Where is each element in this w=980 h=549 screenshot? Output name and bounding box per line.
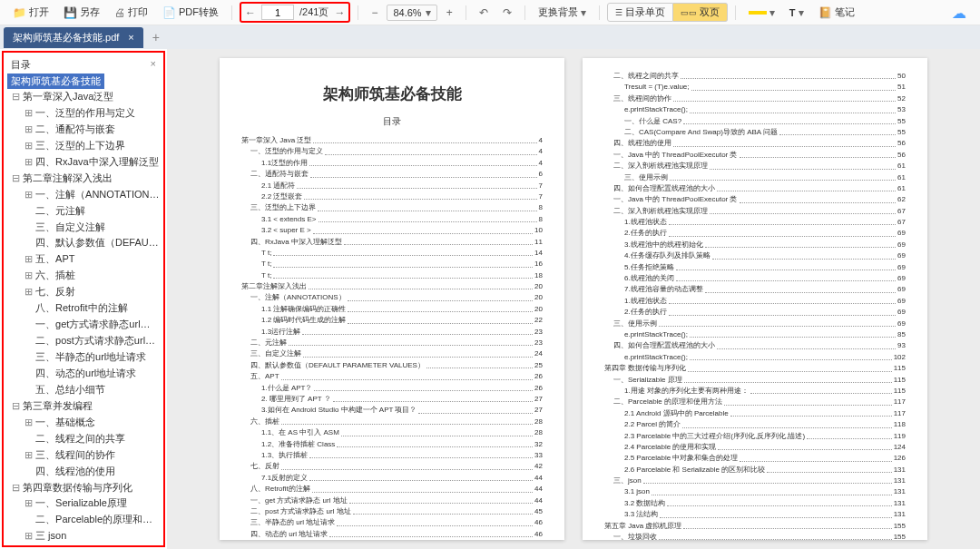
close-icon[interactable]: × (151, 58, 156, 72)
toc-line: 1.线程池状态67 (604, 217, 906, 228)
pdf-page-1: 架构师筑基必备技能 目录 第一章深入 Java 泛型4一、泛型的作用与定义41.… (220, 58, 564, 540)
toc-line: 1.3、执行插桩33 (241, 450, 543, 461)
toc-item[interactable]: ⊟ 第二章注解深入浅出 (7, 171, 160, 187)
chevron-down-icon: ▾ (799, 6, 804, 19)
toc-item[interactable]: 五、总结小细节 (7, 382, 160, 398)
toc-item[interactable]: ⊞ 三 json (7, 528, 160, 544)
toc-item[interactable]: 四、默认参数值（DEFAULT PARAMET (7, 235, 160, 251)
toc-item[interactable]: 八、Retrofit中的注解 (7, 300, 160, 317)
pdf-icon: 📄 (162, 6, 176, 19)
document-tab[interactable]: 架构师筑基必备技能.pdf × (4, 27, 143, 48)
rotate-left-icon[interactable]: ↶ (474, 5, 494, 21)
toc-line: Tresult = (T)e.value;51 (604, 82, 906, 93)
zoom-out-icon[interactable]: − (366, 5, 383, 21)
toc-item[interactable]: ⊞ 一、基础概念 (7, 415, 160, 431)
open-button[interactable]: 📁打开 (7, 4, 54, 21)
close-icon[interactable]: × (128, 32, 133, 43)
prev-arrow-icon[interactable]: ← (245, 6, 256, 19)
tab-bar: 架构师筑基必备技能.pdf × + (0, 25, 980, 49)
page2-toc: 二、线程之间的共享50Tresult = (T)e.value;51三、线程间的… (604, 71, 906, 540)
toc-line: 四、动态的 url 地址请求46 (241, 529, 543, 540)
toc-item[interactable]: 二、post方式请求静态url地址 (7, 333, 160, 349)
separator (358, 5, 358, 20)
toc-line: 2.6 Parcelable 和 Serializable 的区别和比较131 (604, 465, 906, 475)
catalog-view-button[interactable]: ☰ 目录单页 (607, 3, 673, 22)
main-toolbar: 📁打开 💾另存 🖨打印 📄PDF转换 ← /241页 → − 84.6%▾ + … (0, 0, 980, 25)
toc-line: 3.线程池中的线程初始化69 (604, 240, 906, 250)
pdfconvert-button[interactable]: 📄PDF转换 (157, 4, 224, 21)
toc-item[interactable]: 二、线程之间的共享 (7, 431, 160, 447)
toc-item[interactable]: ⊟ 第一章深入Java泛型 (7, 89, 160, 105)
toc-line: 2.2 Parcel 的简介118 (604, 419, 906, 430)
toc-line: 一、注解（ANNOTATIONS）20 (241, 292, 543, 303)
toc-line: 3.1 json131 (604, 486, 906, 497)
doc-title: 架构师筑基必备技能 (241, 83, 543, 104)
toc-line: 第一章深入 Java 泛型4 (241, 135, 543, 146)
toc-line: 七、反射42 (241, 461, 543, 472)
doublepage-view-button[interactable]: ▭▭ 双页 (673, 3, 728, 22)
cloud-icon[interactable]: ☁ (952, 5, 966, 22)
highlight-button[interactable]: ▾ (743, 5, 780, 21)
zoom-value: 84.6% (393, 7, 421, 18)
toc-item[interactable]: ⊞ 四、RxJava中深入理解泛型 (7, 154, 160, 171)
next-arrow-icon[interactable]: → (334, 6, 345, 19)
toc-item[interactable]: ⊞ 一、Serializable原理 (7, 495, 160, 512)
toc-item[interactable]: ⊞ 三、泛型的上下边界 (7, 138, 160, 154)
toc-item[interactable]: ⊞ 一、泛型的作用与定义 (7, 105, 160, 122)
page-input[interactable] (261, 5, 294, 20)
toc-line: 1.用途 对象的序列化主要有两种用途：115 (604, 386, 906, 397)
toc-line: 4.任务缓存队列及排队策略69 (604, 250, 906, 261)
toc-item[interactable]: ⊞ 三、线程间的协作 (7, 447, 160, 464)
toc-item[interactable]: 三、半静态的url地址请求 (7, 349, 160, 366)
toc-item[interactable]: 二、元注解 (7, 203, 160, 220)
separator (231, 5, 232, 20)
toc-item[interactable]: 一、get方式请求静态url地址 (7, 317, 160, 333)
toc-line: 四、如何合理配置线程池的大小61 (604, 183, 906, 194)
toc-item[interactable]: ⊞ 二、通配符与嵌套 (7, 122, 160, 138)
toc-line: 二、post 方式请求静态 url 地址45 (241, 506, 543, 517)
toc-line: 一、get 方式请求静态 url 地址44 (241, 495, 543, 506)
toc-line: 三、自定义注解24 (241, 348, 543, 359)
catalog-label: 目录单页 (625, 6, 665, 17)
toc-line: 1.线程池状态69 (604, 296, 906, 307)
toc-item[interactable]: ⊞ 五、APT (7, 251, 160, 268)
text-tool-button[interactable]: T▾ (784, 5, 809, 21)
toc-line: 5.任务拒绝策略69 (604, 262, 906, 273)
zoom-dropdown[interactable]: 84.6%▾ (387, 5, 436, 21)
toc-item[interactable]: ⊟ 第三章并发编程 (7, 398, 160, 415)
saveas-button[interactable]: 💾另存 (58, 4, 105, 21)
page-viewport[interactable]: 架构师筑基必备技能 目录 第一章深入 Java 泛型4一、泛型的作用与定义41.… (167, 49, 980, 549)
toc-item[interactable]: 四、动态的url地址请求 (7, 366, 160, 382)
toc-line: e.printStackTrace();85 (604, 329, 906, 340)
toc-item[interactable]: ⊟ 第五章 Java虚拟机原理 (7, 544, 160, 547)
toc-line: 1.2 编码时代码生成的注解22 (241, 315, 543, 326)
toc-root[interactable]: 架构师筑基必备技能 (7, 74, 104, 89)
toc-item[interactable]: ⊞ 七、反射 (7, 284, 160, 300)
toc-line: 1.1、在 AS 中引入 ASM28 (241, 427, 543, 438)
replace-bg-button[interactable]: 更换背景▾ (533, 4, 592, 21)
toc-line: 二、通配符与嵌套6 (241, 169, 543, 180)
toc-item[interactable]: ⊞ 一、注解（ANNOTATIONS） (7, 187, 160, 203)
toc-line: e.printStackTrace();53 (604, 104, 906, 115)
notes-button[interactable]: 📔笔记 (813, 4, 860, 21)
open-label: 打开 (29, 5, 49, 19)
chevron-down-icon: ▾ (769, 6, 775, 19)
toc-item[interactable]: 三、自定义注解 (7, 220, 160, 236)
toc-line: 二、深入剖析线程池实现原理61 (604, 161, 906, 172)
toc-item[interactable]: ⊞ 六、插桩 (7, 268, 160, 284)
toc-item[interactable]: 二、Parcelable的原理和使用方法 (7, 512, 160, 528)
print-button[interactable]: 🖨打印 (109, 4, 153, 21)
total-pages: /241页 (299, 5, 328, 19)
toc-line: 二、CAS(Compare And Swap)导致的 ABA 问题55 (604, 127, 906, 138)
zoom-in-icon[interactable]: + (441, 5, 458, 21)
toc-item[interactable]: 四、线程池的使用 (7, 464, 160, 480)
doc-subtitle: 目录 (241, 115, 543, 128)
toc-item[interactable]: ⊟ 第四章数据传输与序列化 (7, 480, 160, 496)
add-tab-button[interactable]: + (143, 28, 169, 46)
toc-line: 一、垃圾回收155 (604, 532, 906, 540)
toc-sidebar[interactable]: 目录 × 架构师筑基必备技能 ⊟ 第一章深入Java泛型⊞ 一、泛型的作用与定义… (2, 51, 165, 547)
toc-line: 3.如何在 Android Studio 中构建一个 APT 项目？27 (241, 405, 543, 416)
toc-line: e.printStackTrace();102 (604, 352, 906, 363)
toc-line: 三、泛型的上下边界8 (241, 202, 543, 213)
rotate-right-icon[interactable]: ↷ (497, 5, 517, 21)
